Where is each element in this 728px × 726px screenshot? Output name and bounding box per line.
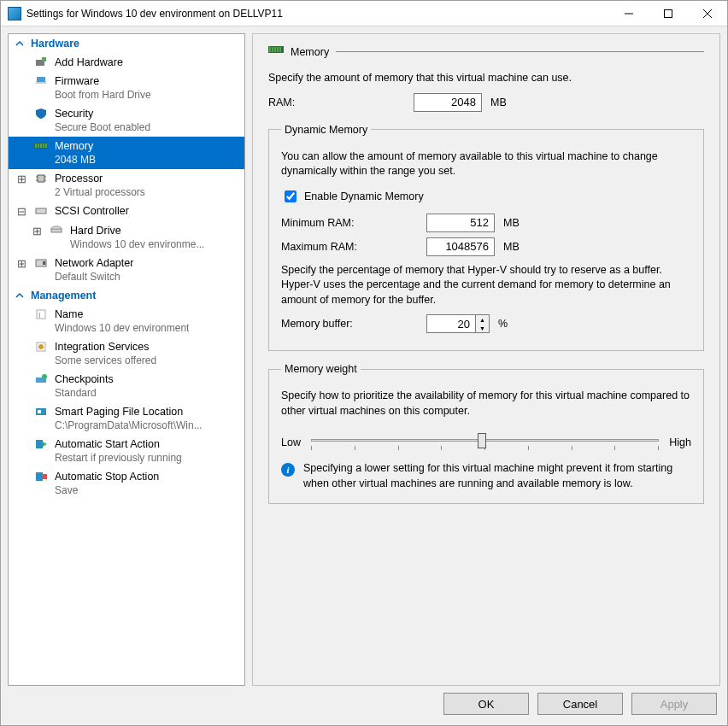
sidebar-item-checkpoints[interactable]: CheckpointsStandard <box>9 370 244 402</box>
section-management[interactable]: Management <box>9 286 244 305</box>
buffer-spinner[interactable]: ▲▼ <box>426 314 490 333</box>
sidebar-item-auto-stop[interactable]: Automatic Stop ActionSave <box>9 467 244 500</box>
weight-legend: Memory weight <box>281 363 361 375</box>
sidebar-item-integration-services[interactable]: Integration ServicesSome services offere… <box>9 337 244 370</box>
svg-rect-7 <box>37 77 45 82</box>
caret-up-icon <box>14 38 26 50</box>
page-title: Memory <box>291 46 329 58</box>
window-title: Settings for Windows 10 dev environment … <box>26 8 283 20</box>
memory-weight-group: Memory weight Specify how to prioritize … <box>268 363 704 504</box>
sidebar-item-smart-paging[interactable]: Smart Paging File LocationC:\ProgramData… <box>9 402 244 435</box>
max-ram-input[interactable] <box>426 237 495 256</box>
auto-stop-icon <box>34 470 48 483</box>
slider-low-label: Low <box>281 436 301 448</box>
close-button[interactable] <box>688 1 727 26</box>
sidebar-item-firmware[interactable]: FirmwareBoot from Hard Drive <box>9 72 244 104</box>
svg-rect-1 <box>665 9 672 17</box>
ram-input[interactable] <box>414 93 482 112</box>
svg-rect-34 <box>36 472 43 481</box>
app-icon <box>8 7 21 20</box>
svg-rect-31 <box>38 410 41 413</box>
hard-drive-icon <box>50 224 63 237</box>
expand-icon[interactable]: ⊞ <box>15 257 27 271</box>
sidebar-item-network-adapter[interactable]: ⊞ Network AdapterDefault Switch <box>9 254 244 286</box>
sidebar-item-scsi-controller[interactable]: ⊟ SCSI Controller <box>9 202 244 221</box>
enable-dynamic-label: Enable Dynamic Memory <box>304 190 424 202</box>
slider-thumb[interactable] <box>478 433 486 448</box>
memory-icon <box>34 139 48 153</box>
add-hardware-icon <box>34 56 48 69</box>
ok-button[interactable]: OK <box>443 693 529 715</box>
sidebar-item-add-hardware[interactable]: Add Hardware <box>9 53 244 72</box>
section-hardware[interactable]: Hardware <box>9 34 244 53</box>
svg-rect-35 <box>43 474 47 479</box>
svg-rect-19 <box>36 208 46 214</box>
controller-icon <box>34 204 48 218</box>
svg-rect-37 <box>269 47 271 52</box>
intro-text: Specify the amount of memory that this v… <box>268 71 704 86</box>
weight-slider[interactable] <box>311 430 659 454</box>
buffer-label: Memory buffer: <box>281 318 426 330</box>
caret-up-icon <box>14 290 26 302</box>
sidebar-item-auto-start[interactable]: Automatic Start ActionRestart if previou… <box>9 435 244 467</box>
svg-point-29 <box>42 374 47 379</box>
spinner-down-icon[interactable]: ▼ <box>476 324 489 332</box>
titlebar[interactable]: Settings for Windows 10 dev environment … <box>1 1 727 26</box>
svg-rect-5 <box>42 57 46 61</box>
sidebar-item-processor[interactable]: ⊞ Processor2 Virtual processors <box>9 169 244 202</box>
svg-rect-39 <box>274 47 276 52</box>
sidebar-item-security[interactable]: SecuritySecure Boot enabled <box>9 104 244 137</box>
svg-rect-21 <box>51 229 62 232</box>
dynamic-desc: You can allow the amount of memory avail… <box>281 149 691 179</box>
dynamic-memory-group: Dynamic Memory You can allow the amount … <box>268 124 704 352</box>
svg-point-27 <box>38 344 44 349</box>
collapse-icon[interactable]: ⊟ <box>15 205 27 219</box>
sidebar-item-name[interactable]: I NameWindows 10 dev environment <box>9 305 244 337</box>
svg-rect-38 <box>272 47 273 52</box>
maximize-button[interactable] <box>649 1 688 26</box>
shield-icon <box>34 107 48 120</box>
svg-rect-13 <box>45 143 47 148</box>
svg-text:I: I <box>38 311 41 319</box>
checkpoints-icon <box>34 372 48 386</box>
cancel-button[interactable]: Cancel <box>537 693 623 715</box>
expand-icon[interactable]: ⊞ <box>31 225 43 238</box>
auto-start-icon <box>34 437 48 451</box>
weight-desc: Specify how to prioritize the availabili… <box>281 389 691 419</box>
sidebar: Hardware Add Hardware FirmwareBoot from … <box>8 33 245 686</box>
minimize-button[interactable] <box>609 1 649 26</box>
enable-dynamic-checkbox[interactable] <box>285 190 296 202</box>
svg-rect-40 <box>277 47 279 52</box>
sidebar-item-hard-drive[interactable]: ⊞ Hard DriveWindows 10 dev environme... <box>9 221 244 254</box>
svg-rect-9 <box>35 143 37 148</box>
slider-high-label: High <box>669 436 691 448</box>
buffer-desc: Specify the percentage of memory that Hy… <box>281 263 691 308</box>
processor-icon <box>34 172 48 185</box>
integration-icon <box>34 340 48 354</box>
name-icon: I <box>34 307 48 321</box>
min-ram-input[interactable] <box>426 214 495 232</box>
ram-unit: MB <box>490 97 507 108</box>
svg-rect-23 <box>43 261 45 265</box>
dynamic-legend: Dynamic Memory <box>281 124 371 136</box>
svg-marker-33 <box>43 442 47 447</box>
spinner-up-icon[interactable]: ▲ <box>476 315 489 324</box>
paging-icon <box>34 405 48 419</box>
settings-window: Settings for Windows 10 dev environment … <box>0 0 728 726</box>
svg-rect-12 <box>43 143 44 148</box>
apply-button[interactable]: Apply <box>631 693 717 715</box>
info-icon: i <box>281 463 295 477</box>
ram-label: RAM: <box>268 97 414 108</box>
expand-icon[interactable]: ⊞ <box>15 173 27 186</box>
svg-rect-41 <box>279 47 281 52</box>
main-panel: Memory Specify the amount of memory that… <box>252 33 720 686</box>
max-ram-label: Maximum RAM: <box>281 241 426 253</box>
buffer-input[interactable] <box>427 315 475 332</box>
svg-rect-32 <box>36 440 43 448</box>
svg-rect-11 <box>40 143 42 148</box>
min-ram-label: Minimum RAM: <box>281 217 426 229</box>
memory-icon <box>268 44 284 59</box>
firmware-icon <box>34 74 48 88</box>
sidebar-item-memory[interactable]: Memory2048 MB <box>9 137 244 169</box>
svg-rect-14 <box>38 175 44 182</box>
